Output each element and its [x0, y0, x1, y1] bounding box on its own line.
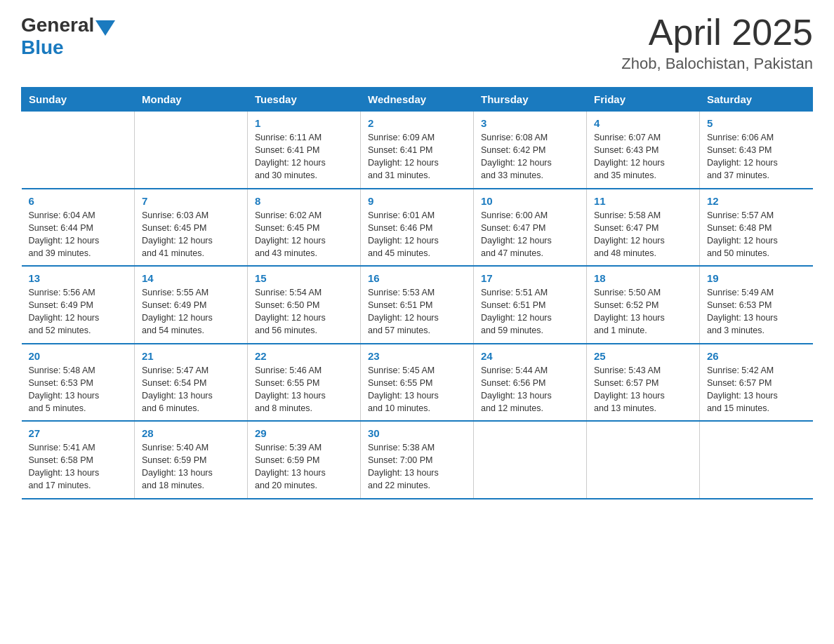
day-number: 29	[255, 427, 353, 439]
table-row: 17Sunrise: 5:51 AM Sunset: 6:51 PM Dayli…	[474, 266, 587, 344]
day-info: Sunrise: 6:07 AM Sunset: 6:43 PM Dayligh…	[594, 131, 692, 182]
day-info: Sunrise: 6:04 AM Sunset: 6:44 PM Dayligh…	[29, 209, 128, 260]
col-wednesday: Wednesday	[361, 88, 474, 112]
table-row: 18Sunrise: 5:50 AM Sunset: 6:52 PM Dayli…	[587, 266, 700, 344]
day-info: Sunrise: 6:00 AM Sunset: 6:47 PM Dayligh…	[481, 209, 579, 260]
day-info: Sunrise: 5:39 AM Sunset: 6:59 PM Dayligh…	[255, 441, 353, 492]
table-row	[474, 421, 587, 499]
title-section: April 2025 Zhob, Balochistan, Pakistan	[621, 14, 813, 73]
day-number: 13	[29, 272, 128, 284]
day-number: 23	[368, 350, 466, 362]
table-row: 16Sunrise: 5:53 AM Sunset: 6:51 PM Dayli…	[361, 266, 474, 344]
day-number: 5	[707, 117, 806, 129]
table-row	[700, 421, 813, 499]
calendar-body: 1Sunrise: 6:11 AM Sunset: 6:41 PM Daylig…	[22, 112, 813, 499]
day-info: Sunrise: 5:53 AM Sunset: 6:51 PM Dayligh…	[368, 286, 466, 337]
table-row	[135, 112, 248, 189]
table-row: 30Sunrise: 5:38 AM Sunset: 7:00 PM Dayli…	[361, 421, 474, 499]
logo-arrow-icon	[95, 20, 115, 36]
day-info: Sunrise: 5:58 AM Sunset: 6:47 PM Dayligh…	[594, 209, 692, 260]
day-number: 27	[29, 427, 128, 439]
table-row: 3Sunrise: 6:08 AM Sunset: 6:42 PM Daylig…	[474, 112, 587, 189]
day-number: 22	[255, 350, 353, 362]
calendar-row: 20Sunrise: 5:48 AM Sunset: 6:53 PM Dayli…	[22, 344, 813, 422]
table-row: 12Sunrise: 5:57 AM Sunset: 6:48 PM Dayli…	[700, 189, 813, 267]
table-row: 5Sunrise: 6:06 AM Sunset: 6:43 PM Daylig…	[700, 112, 813, 189]
calendar-header: Sunday Monday Tuesday Wednesday Thursday…	[22, 88, 813, 112]
table-row: 19Sunrise: 5:49 AM Sunset: 6:53 PM Dayli…	[700, 266, 813, 344]
month-title: April 2025	[621, 14, 813, 51]
table-row: 21Sunrise: 5:47 AM Sunset: 6:54 PM Dayli…	[135, 344, 248, 422]
table-row	[22, 112, 135, 189]
day-info: Sunrise: 5:46 AM Sunset: 6:55 PM Dayligh…	[255, 364, 353, 415]
col-sunday: Sunday	[22, 88, 135, 112]
day-info: Sunrise: 5:44 AM Sunset: 6:56 PM Dayligh…	[481, 364, 579, 415]
col-tuesday: Tuesday	[248, 88, 361, 112]
day-number: 12	[707, 195, 806, 207]
day-info: Sunrise: 5:43 AM Sunset: 6:57 PM Dayligh…	[594, 364, 692, 415]
day-number: 26	[707, 350, 806, 362]
logo-blue-text: Blue	[21, 36, 64, 59]
day-number: 4	[594, 117, 692, 129]
day-number: 6	[29, 195, 128, 207]
col-monday: Monday	[135, 88, 248, 112]
table-row: 25Sunrise: 5:43 AM Sunset: 6:57 PM Dayli…	[587, 344, 700, 422]
day-info: Sunrise: 6:01 AM Sunset: 6:46 PM Dayligh…	[368, 209, 466, 260]
col-thursday: Thursday	[474, 88, 587, 112]
day-number: 3	[481, 117, 579, 129]
day-number: 25	[594, 350, 692, 362]
day-info: Sunrise: 5:49 AM Sunset: 6:53 PM Dayligh…	[707, 286, 806, 337]
day-info: Sunrise: 5:47 AM Sunset: 6:54 PM Dayligh…	[142, 364, 240, 415]
day-number: 2	[368, 117, 466, 129]
day-number: 16	[368, 272, 466, 284]
table-row	[587, 421, 700, 499]
table-row: 14Sunrise: 5:55 AM Sunset: 6:49 PM Dayli…	[135, 266, 248, 344]
table-row: 28Sunrise: 5:40 AM Sunset: 6:59 PM Dayli…	[135, 421, 248, 499]
day-number: 28	[142, 427, 240, 439]
day-info: Sunrise: 6:08 AM Sunset: 6:42 PM Dayligh…	[481, 131, 579, 182]
day-number: 9	[368, 195, 466, 207]
calendar-row: 6Sunrise: 6:04 AM Sunset: 6:44 PM Daylig…	[22, 189, 813, 267]
table-row: 20Sunrise: 5:48 AM Sunset: 6:53 PM Dayli…	[22, 344, 135, 422]
location-text: Zhob, Balochistan, Pakistan	[621, 55, 813, 73]
day-info: Sunrise: 5:56 AM Sunset: 6:49 PM Dayligh…	[29, 286, 128, 337]
day-number: 10	[481, 195, 579, 207]
calendar-row: 13Sunrise: 5:56 AM Sunset: 6:49 PM Dayli…	[22, 266, 813, 344]
table-row: 26Sunrise: 5:42 AM Sunset: 6:57 PM Dayli…	[700, 344, 813, 422]
table-row: 29Sunrise: 5:39 AM Sunset: 6:59 PM Dayli…	[248, 421, 361, 499]
table-row: 24Sunrise: 5:44 AM Sunset: 6:56 PM Dayli…	[474, 344, 587, 422]
day-number: 19	[707, 272, 806, 284]
table-row: 1Sunrise: 6:11 AM Sunset: 6:41 PM Daylig…	[248, 112, 361, 189]
day-number: 1	[255, 117, 353, 129]
table-row: 4Sunrise: 6:07 AM Sunset: 6:43 PM Daylig…	[587, 112, 700, 189]
day-number: 24	[481, 350, 579, 362]
day-info: Sunrise: 5:55 AM Sunset: 6:49 PM Dayligh…	[142, 286, 240, 337]
table-row: 22Sunrise: 5:46 AM Sunset: 6:55 PM Dayli…	[248, 344, 361, 422]
day-info: Sunrise: 5:42 AM Sunset: 6:57 PM Dayligh…	[707, 364, 806, 415]
col-saturday: Saturday	[700, 88, 813, 112]
col-friday: Friday	[587, 88, 700, 112]
table-row: 8Sunrise: 6:02 AM Sunset: 6:45 PM Daylig…	[248, 189, 361, 267]
day-info: Sunrise: 6:06 AM Sunset: 6:43 PM Dayligh…	[707, 131, 806, 182]
day-number: 11	[594, 195, 692, 207]
table-row: 13Sunrise: 5:56 AM Sunset: 6:49 PM Dayli…	[22, 266, 135, 344]
logo-general-text: General	[21, 14, 94, 36]
logo: General Blue	[21, 14, 117, 59]
day-number: 14	[142, 272, 240, 284]
calendar-row: 27Sunrise: 5:41 AM Sunset: 6:58 PM Dayli…	[22, 421, 813, 499]
day-number: 8	[255, 195, 353, 207]
day-number: 20	[29, 350, 128, 362]
table-row: 11Sunrise: 5:58 AM Sunset: 6:47 PM Dayli…	[587, 189, 700, 267]
day-number: 21	[142, 350, 240, 362]
day-info: Sunrise: 5:41 AM Sunset: 6:58 PM Dayligh…	[29, 441, 128, 492]
day-number: 30	[368, 427, 466, 439]
calendar-table: Sunday Monday Tuesday Wednesday Thursday…	[21, 87, 813, 499]
day-info: Sunrise: 5:45 AM Sunset: 6:55 PM Dayligh…	[368, 364, 466, 415]
day-number: 15	[255, 272, 353, 284]
day-info: Sunrise: 5:57 AM Sunset: 6:48 PM Dayligh…	[707, 209, 806, 260]
table-row: 6Sunrise: 6:04 AM Sunset: 6:44 PM Daylig…	[22, 189, 135, 267]
table-row: 23Sunrise: 5:45 AM Sunset: 6:55 PM Dayli…	[361, 344, 474, 422]
day-number: 7	[142, 195, 240, 207]
day-info: Sunrise: 6:09 AM Sunset: 6:41 PM Dayligh…	[368, 131, 466, 182]
day-info: Sunrise: 6:11 AM Sunset: 6:41 PM Dayligh…	[255, 131, 353, 182]
